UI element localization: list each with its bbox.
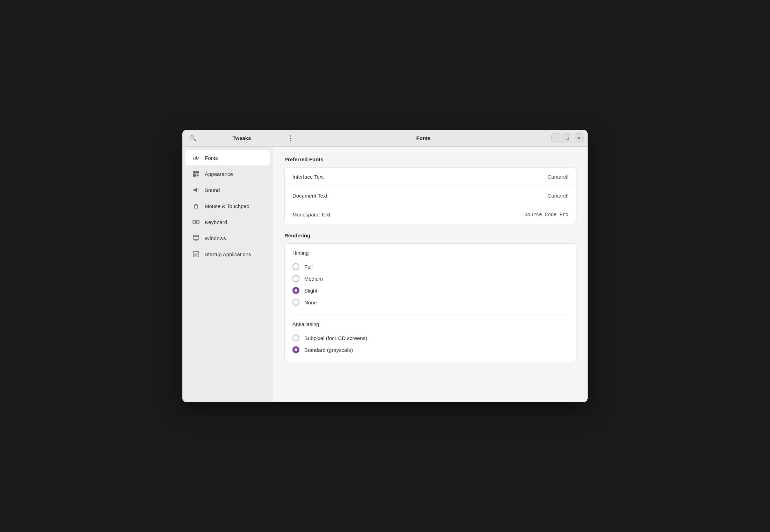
mouse-icon [192, 202, 200, 210]
hinting-slight-label: Slight [304, 288, 318, 294]
sidebar-label-windows: Windows [205, 235, 226, 241]
menu-button[interactable]: ⋮ [286, 133, 296, 143]
sidebar: ab Fonts Appearance [182, 147, 273, 402]
hinting-slight-radio[interactable] [292, 287, 299, 294]
fonts-icon: ab [192, 154, 200, 162]
hinting-slight-option[interactable]: Slight [292, 285, 568, 296]
sidebar-item-sound[interactable]: Sound [185, 182, 270, 198]
rendering-card: Hinting Full Medium Slight [284, 243, 576, 362]
svg-rect-16 [193, 235, 199, 239]
antialiasing-standard-radio[interactable] [292, 346, 299, 353]
hinting-full-label: Full [304, 264, 313, 270]
windows-icon [192, 234, 200, 242]
appearance-icon [192, 170, 200, 178]
titlebar: 🔍 Tweaks ⋮ Fonts − □ ✕ [182, 130, 588, 147]
svg-point-3 [197, 175, 199, 177]
svg-rect-14 [195, 222, 197, 223]
startup-icon [192, 250, 200, 258]
sidebar-label-keyboard: Keyboard [205, 219, 227, 225]
sidebar-label-fonts: Fonts [205, 155, 218, 161]
svg-rect-8 [193, 220, 199, 224]
sidebar-item-mouse[interactable]: Mouse & Touchpad [185, 198, 270, 214]
sidebar-label-mouse: Mouse & Touchpad [205, 203, 249, 209]
antialiasing-subpixel-option[interactable]: Subpixel (for LCD screens) [292, 332, 568, 344]
document-text-row: Document Text Cantarell [285, 186, 576, 205]
main-content: Preferred Fonts Interface Text Cantarell… [273, 147, 588, 402]
hinting-none-option[interactable]: None [292, 296, 568, 308]
sidebar-item-fonts[interactable]: ab Fonts [185, 150, 270, 165]
search-button[interactable]: 🔍 [188, 133, 198, 143]
sidebar-item-keyboard[interactable]: Keyboard [185, 214, 270, 230]
svg-rect-2 [193, 174, 196, 177]
svg-rect-9 [194, 221, 194, 222]
sidebar-label-startup: Startup Applications [205, 251, 251, 257]
maximize-button[interactable]: □ [562, 133, 572, 143]
svg-rect-12 [198, 221, 198, 222]
titlebar-left: 🔍 Tweaks ⋮ [182, 133, 301, 143]
hinting-title: Hinting [292, 250, 568, 256]
document-text-value: Cantarell [547, 193, 568, 199]
rendering-title: Rendering [284, 232, 576, 238]
antialiasing-title: Antialiasing [292, 321, 568, 327]
hinting-medium-option[interactable]: Medium [292, 273, 568, 285]
svg-rect-0 [193, 171, 196, 173]
hinting-full-option[interactable]: Full [292, 261, 568, 273]
content-area: ab Fonts Appearance [182, 147, 588, 402]
svg-rect-10 [195, 221, 196, 222]
app-title: Tweaks [201, 135, 282, 141]
svg-rect-11 [196, 221, 197, 222]
monospace-text-value: Source Code Pro [524, 212, 568, 217]
sidebar-label-appearance: Appearance [205, 171, 233, 177]
svg-rect-13 [194, 222, 194, 223]
antialiasing-standard-option[interactable]: Standard (grayscale) [292, 344, 568, 356]
svg-marker-4 [194, 187, 197, 192]
monospace-text-label: Monospace Text [292, 212, 330, 217]
antialiasing-subpixel-radio[interactable] [292, 334, 299, 341]
svg-rect-15 [198, 222, 198, 223]
antialiasing-standard-label: Standard (grayscale) [304, 347, 353, 353]
page-title: Fonts [301, 135, 546, 141]
interface-text-value: Cantarell [547, 174, 568, 180]
antialiasing-subpixel-label: Subpixel (for LCD screens) [304, 335, 367, 341]
svg-point-7 [195, 204, 197, 206]
antialiasing-group: Antialiasing Subpixel (for LCD screens) … [285, 315, 576, 362]
sidebar-item-windows[interactable]: Windows [185, 230, 270, 246]
document-text-label: Document Text [292, 193, 327, 199]
hinting-medium-label: Medium [304, 276, 323, 282]
sidebar-item-appearance[interactable]: Appearance [185, 166, 270, 182]
hinting-full-radio[interactable] [292, 263, 299, 270]
hinting-none-radio[interactable] [292, 299, 299, 306]
hinting-none-label: None [304, 300, 317, 305]
window-controls: − □ ✕ [546, 133, 588, 143]
close-button[interactable]: ✕ [574, 133, 583, 143]
hinting-medium-radio[interactable] [292, 275, 299, 282]
keyboard-icon [192, 218, 200, 226]
minimize-button[interactable]: − [551, 133, 561, 143]
hinting-group: Hinting Full Medium Slight [285, 244, 576, 315]
preferred-fonts-title: Preferred Fonts [284, 156, 576, 162]
monospace-text-row: Monospace Text Source Code Pro [285, 205, 576, 224]
interface-text-label: Interface Text [292, 174, 324, 180]
main-window: 🔍 Tweaks ⋮ Fonts − □ ✕ ab Fonts [182, 130, 588, 402]
svg-rect-1 [196, 171, 199, 173]
interface-text-row: Interface Text Cantarell [285, 168, 576, 186]
search-icon: 🔍 [189, 135, 196, 141]
preferred-fonts-card: Interface Text Cantarell Document Text C… [284, 167, 576, 224]
sidebar-item-startup[interactable]: Startup Applications [185, 246, 270, 262]
sound-icon [192, 186, 200, 194]
sidebar-label-sound: Sound [205, 187, 220, 193]
menu-icon: ⋮ [287, 134, 294, 142]
